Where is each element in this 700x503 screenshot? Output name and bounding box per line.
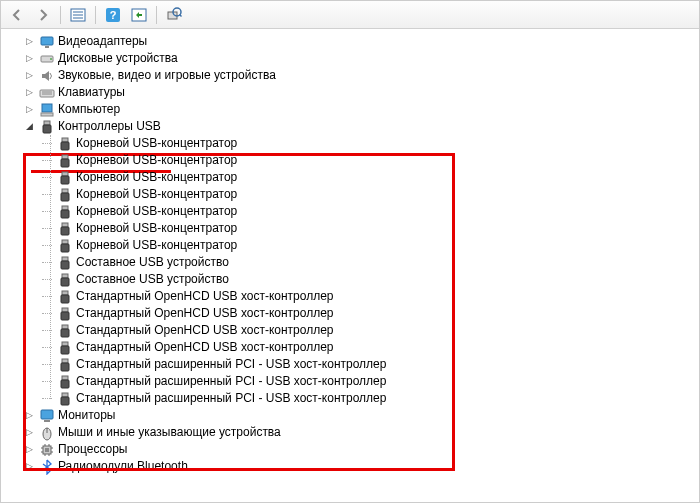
tree-node[interactable]: Стандартный OpenHCD USB хост-контроллер — [9, 339, 699, 356]
tree-node-label: Стандартный расширенный PCI - USB хост-к… — [76, 373, 392, 390]
help-button[interactable]: ? — [101, 4, 125, 26]
tree-node-label: Стандартный расширенный PCI - USB хост-к… — [76, 390, 392, 407]
svg-rect-29 — [62, 206, 68, 210]
tree-node-label: Корневой USB-концентратор — [76, 220, 243, 237]
tree-twisty-collapsed[interactable]: ▷ — [23, 87, 35, 99]
tree-node-label: Стандартный расширенный PCI - USB хост-к… — [76, 356, 392, 373]
usb-icon — [57, 323, 73, 339]
svg-rect-50 — [61, 380, 69, 388]
svg-rect-39 — [62, 291, 68, 295]
tree-twisty-collapsed[interactable]: ▷ — [23, 427, 35, 439]
usb-icon — [57, 136, 73, 152]
tree-node[interactable]: Корневой USB-концентратор — [9, 186, 699, 203]
tree-node-label: Радиомодули Bluetooth — [58, 458, 194, 475]
svg-rect-21 — [62, 138, 68, 142]
tree-node[interactable]: ▷Видеоадаптеры — [9, 33, 699, 50]
tree-twisty-collapsed[interactable]: ▷ — [23, 461, 35, 473]
tree-node-label: Составное USB устройство — [76, 271, 235, 288]
tree-node-label: Контроллеры USB — [58, 118, 167, 135]
tree-node[interactable]: Корневой USB-концентратор — [9, 203, 699, 220]
tree-children: Корневой USB-концентраторКорневой USB-ко… — [9, 135, 699, 407]
tree-node[interactable]: Составное USB устройство — [9, 254, 699, 271]
tree-twisty-collapsed[interactable]: ▷ — [23, 410, 35, 422]
tree-node[interactable]: ▷Компьютер — [9, 101, 699, 118]
details-button[interactable] — [66, 4, 90, 26]
svg-rect-25 — [62, 172, 68, 176]
tree-twisty-collapsed[interactable]: ▷ — [23, 53, 35, 65]
usb-icon — [57, 357, 73, 373]
tree-node[interactable]: ▷Клавиатуры — [9, 84, 699, 101]
refresh-button[interactable] — [127, 4, 151, 26]
tree-node-label: Корневой USB-концентратор — [76, 186, 243, 203]
tree-node-label: Стандартный OpenHCD USB хост-контроллер — [76, 288, 340, 305]
tree-node[interactable]: Стандартный OpenHCD USB хост-контроллер — [9, 322, 699, 339]
tree-node[interactable]: Стандартный расширенный PCI - USB хост-к… — [9, 356, 699, 373]
tree-node[interactable]: ▷Звуковые, видео и игровые устройства — [9, 67, 699, 84]
tree-node[interactable]: ▷Радиомодули Bluetooth — [9, 458, 699, 475]
tree-node-label: Корневой USB-концентратор — [76, 203, 243, 220]
svg-rect-35 — [62, 257, 68, 261]
tree-node[interactable]: Корневой USB-концентратор — [9, 220, 699, 237]
device-tree[interactable]: ▷Видеоадаптеры▷Дисковые устройства▷Звуко… — [1, 29, 699, 502]
usb-icon — [39, 119, 55, 135]
tree-node[interactable]: ▷Мыши и иные указывающие устройства — [9, 424, 699, 441]
svg-rect-27 — [62, 189, 68, 193]
tree-twisty-expanded[interactable]: ◢ — [23, 121, 35, 133]
back-button[interactable] — [5, 4, 29, 26]
tree-node[interactable]: Корневой USB-концентратор — [9, 169, 699, 186]
mouse-icon — [39, 425, 55, 441]
tree-node-label: Стандартный OpenHCD USB хост-контроллер — [76, 305, 340, 322]
arrow-right-icon — [36, 8, 50, 22]
tree-node[interactable]: Корневой USB-концентратор — [9, 135, 699, 152]
svg-rect-19 — [44, 121, 50, 125]
tree-node[interactable]: ◢Контроллеры USB — [9, 118, 699, 135]
disk-icon — [39, 51, 55, 67]
tree-node[interactable]: Стандартный расширенный PCI - USB хост-к… — [9, 373, 699, 390]
help-icon: ? — [105, 7, 121, 23]
tree-node[interactable]: Составное USB устройство — [9, 271, 699, 288]
svg-rect-49 — [62, 376, 68, 380]
tree-node[interactable]: Корневой USB-концентратор — [9, 152, 699, 169]
scan-hardware-icon — [166, 7, 182, 23]
keyboard-icon — [39, 85, 55, 101]
tree-node[interactable]: ▷Процессоры — [9, 441, 699, 458]
tree-node[interactable]: Стандартный расширенный PCI - USB хост-к… — [9, 390, 699, 407]
tree-node-label: Корневой USB-концентратор — [76, 135, 243, 152]
svg-rect-22 — [61, 142, 69, 150]
svg-rect-37 — [62, 274, 68, 278]
svg-rect-40 — [61, 295, 69, 303]
display-icon — [39, 34, 55, 50]
svg-rect-32 — [61, 227, 69, 235]
svg-rect-44 — [61, 329, 69, 337]
tree-twisty-collapsed[interactable]: ▷ — [23, 444, 35, 456]
scan-button[interactable] — [162, 4, 186, 26]
toolbar-separator — [95, 6, 96, 24]
tree-node[interactable]: ▷Дисковые устройства — [9, 50, 699, 67]
usb-icon — [57, 255, 73, 271]
tree-node[interactable]: Стандартный OpenHCD USB хост-контроллер — [9, 288, 699, 305]
usb-icon — [57, 272, 73, 288]
tree-twisty-collapsed[interactable]: ▷ — [23, 36, 35, 48]
svg-rect-28 — [61, 193, 69, 201]
usb-icon — [57, 374, 73, 390]
forward-button[interactable] — [31, 4, 55, 26]
tree-node-label: Дисковые устройства — [58, 50, 184, 67]
svg-rect-41 — [62, 308, 68, 312]
tree-node-label: Клавиатуры — [58, 84, 131, 101]
tree-node[interactable]: Корневой USB-концентратор — [9, 237, 699, 254]
tree-node[interactable]: ▷Мониторы — [9, 407, 699, 424]
tree-node[interactable]: Стандартный OpenHCD USB хост-контроллер — [9, 305, 699, 322]
svg-rect-31 — [62, 223, 68, 227]
svg-rect-51 — [62, 393, 68, 397]
monitor-icon — [39, 408, 55, 424]
svg-rect-18 — [41, 113, 53, 116]
svg-rect-23 — [62, 155, 68, 159]
svg-rect-38 — [61, 278, 69, 286]
toolbar-separator — [156, 6, 157, 24]
tree-twisty-collapsed[interactable]: ▷ — [23, 104, 35, 116]
svg-rect-10 — [41, 37, 53, 45]
arrow-left-icon — [10, 8, 24, 22]
usb-icon — [57, 170, 73, 186]
tree-twisty-collapsed[interactable]: ▷ — [23, 70, 35, 82]
svg-rect-53 — [41, 410, 53, 419]
